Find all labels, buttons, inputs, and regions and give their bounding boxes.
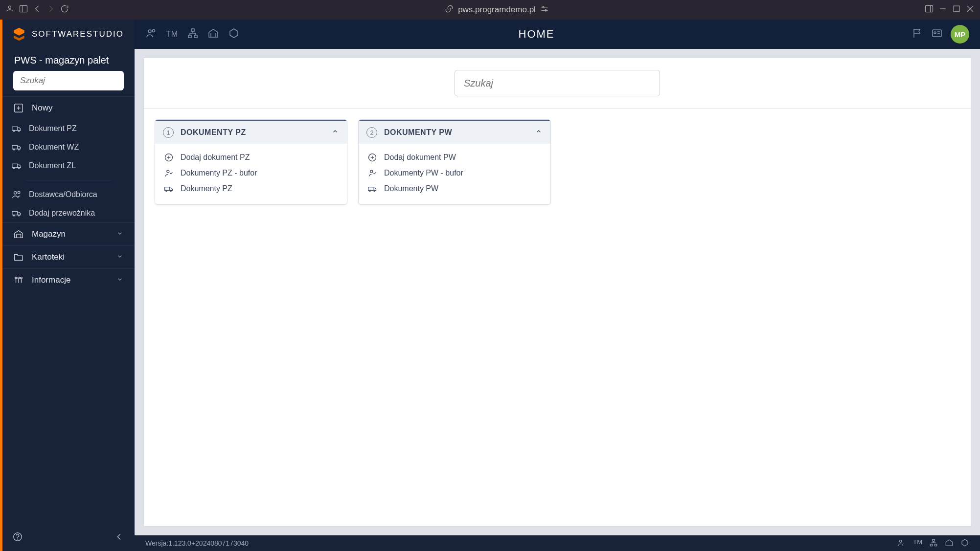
avatar-initials: MP: [955, 30, 966, 39]
help-icon[interactable]: [12, 531, 23, 544]
panel-dokumenty-pw: 2 DOKUMENTY PW Dodaj dokument PW D: [358, 119, 551, 205]
plus-circle-icon: [164, 153, 174, 162]
app-title: PWS - magazyn palet: [2, 49, 135, 71]
svg-point-21: [18, 149, 20, 150]
avatar[interactable]: MP: [951, 25, 969, 44]
sidebar-section-informacje[interactable]: Informacje: [2, 269, 135, 291]
arc-icon[interactable]: [5, 4, 15, 16]
sidebar-section-kartoteki[interactable]: Kartoteki: [2, 246, 135, 268]
collapse-icon[interactable]: [114, 531, 125, 544]
sidebar-item-label: Dokument ZL: [29, 161, 76, 170]
svg-point-34: [18, 277, 20, 279]
svg-point-64: [170, 190, 172, 192]
panel-item-label: Dodaj dokument PZ: [181, 153, 250, 162]
svg-rect-44: [188, 35, 191, 38]
forward-icon: [46, 4, 56, 16]
panel-number: 1: [163, 127, 174, 138]
main-search-input[interactable]: [455, 70, 660, 96]
hierarchy-icon[interactable]: [187, 27, 199, 41]
panel-item-add-pw[interactable]: Dodaj dokument PW: [367, 150, 542, 165]
tm-icon[interactable]: TM: [166, 30, 178, 39]
page-title: HOME: [249, 28, 824, 41]
panel-header[interactable]: 1 DOKUMENTY PZ: [155, 120, 347, 144]
url-text[interactable]: pws.programdemo.pl: [458, 5, 536, 15]
sidebar-section-nowy[interactable]: Nowy: [2, 97, 135, 119]
svg-point-18: [18, 130, 20, 132]
divider: [26, 180, 111, 180]
panel-dokumenty-pz: 1 DOKUMENTY PZ Dodaj dokument PZ D: [155, 119, 347, 205]
svg-point-29: [18, 215, 20, 216]
svg-marker-78: [962, 539, 968, 546]
svg-rect-43: [191, 29, 194, 31]
panel-item-pw-buffer[interactable]: Dokumenty PW - bufor: [367, 165, 542, 181]
panel-item-label: Dokumenty PZ - bufor: [181, 169, 257, 177]
chevron-up-icon: [535, 128, 543, 137]
svg-rect-69: [368, 187, 373, 191]
sidebar-item-przewoznik[interactable]: Dodaj przewoźnika: [2, 204, 135, 222]
minimize-icon[interactable]: [938, 4, 948, 16]
card-icon[interactable]: [931, 27, 943, 41]
person-check-icon: [164, 168, 174, 178]
svg-rect-75: [934, 544, 937, 546]
app-logo[interactable]: SOFTWARESTUDIO: [2, 20, 135, 49]
truck-icon: [367, 184, 377, 194]
svg-point-35: [21, 277, 23, 279]
logo-text: SOFTWARESTUDIO: [32, 29, 124, 39]
hexagon-icon[interactable]: [228, 27, 240, 41]
warehouse-icon[interactable]: [945, 538, 954, 549]
truck-add-icon: [11, 208, 22, 219]
hexagon-icon[interactable]: [960, 538, 969, 549]
people-icon: [11, 189, 22, 200]
panel-item-add-pz[interactable]: Dodaj dokument PZ: [164, 150, 338, 165]
svg-rect-74: [930, 544, 933, 546]
svg-point-20: [13, 149, 15, 150]
sidebar-section-magazyn[interactable]: Magazyn: [2, 223, 135, 245]
close-icon[interactable]: [965, 4, 975, 16]
settings-icon[interactable]: [540, 4, 549, 16]
sidebar-item-dokument-wz[interactable]: Dokument WZ: [2, 138, 135, 156]
panel-title: DOKUMENTY PZ: [181, 128, 246, 137]
svg-point-0: [9, 6, 11, 8]
sidebar-search-input[interactable]: [13, 71, 124, 90]
svg-point-70: [369, 190, 371, 192]
panel-item-pz-buffer[interactable]: Dokumenty PZ - bufor: [164, 165, 338, 181]
chevron-up-icon: [331, 128, 339, 137]
panel-item-pz-list[interactable]: Dokumenty PZ: [164, 181, 338, 197]
panel-icon[interactable]: [924, 4, 934, 16]
tm-icon[interactable]: TM: [913, 538, 922, 549]
people-icon[interactable]: [145, 27, 157, 41]
svg-rect-62: [165, 187, 170, 191]
warehouse-icon[interactable]: [207, 27, 219, 41]
panel-header[interactable]: 2 DOKUMENTY PW: [359, 120, 550, 144]
sidebar-section-label: Magazyn: [32, 229, 66, 239]
panel-item-label: Dokumenty PW - bufor: [384, 169, 463, 177]
sidebar-item-label: Dostawca/Odbiorca: [29, 190, 97, 199]
sidebar-item-dokument-pz[interactable]: Dokument PZ: [2, 119, 135, 138]
sidebar-item-label: Dokument PZ: [29, 124, 77, 133]
svg-point-63: [166, 190, 167, 192]
svg-rect-1: [20, 5, 27, 12]
reload-icon[interactable]: [60, 4, 69, 16]
panel-number: 2: [366, 127, 377, 138]
hierarchy-icon[interactable]: [929, 538, 938, 549]
version-text: Wersja:1.123.0+20240807173040: [145, 539, 249, 547]
sidebar-section-label: Nowy: [32, 103, 53, 113]
sidebar-item-dostawca[interactable]: Dostawca/Odbiorca: [2, 185, 135, 204]
panel-item-pw-list[interactable]: Dokumenty PW: [367, 181, 542, 197]
sidebar-item-dokument-zl[interactable]: Dokument ZL: [2, 156, 135, 175]
topbar: TM HOME MP: [135, 20, 980, 49]
sidebar: SOFTWARESTUDIO PWS - magazyn palet Nowy …: [2, 20, 135, 551]
flag-icon[interactable]: [912, 27, 923, 41]
svg-rect-10: [954, 6, 959, 12]
svg-point-33: [15, 277, 17, 279]
sidebar-item-label: Dodaj przewoźnika: [29, 209, 95, 218]
plus-box-icon: [13, 103, 24, 113]
maximize-icon[interactable]: [952, 4, 961, 16]
sidebar-section-label: Informacje: [32, 275, 70, 285]
sidebar-toggle-icon[interactable]: [19, 4, 28, 16]
back-icon[interactable]: [32, 4, 42, 16]
panel-title: DOKUMENTY PW: [384, 128, 452, 137]
svg-rect-27: [12, 211, 18, 215]
people-icon[interactable]: [897, 538, 906, 549]
svg-point-71: [374, 190, 375, 192]
